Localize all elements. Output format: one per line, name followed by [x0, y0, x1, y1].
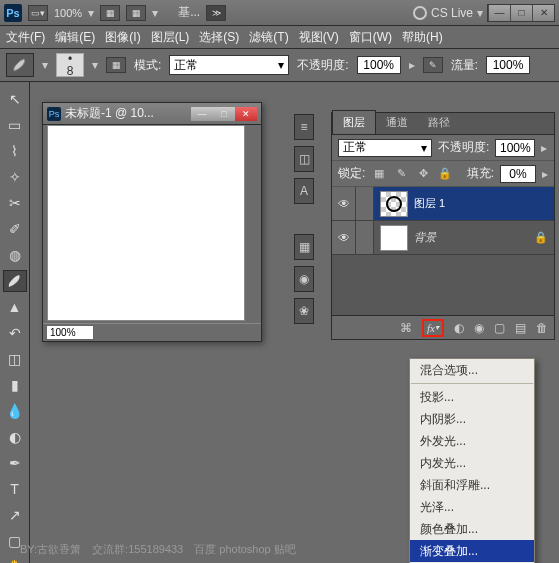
eraser-tool[interactable]: ◫ — [3, 348, 27, 370]
delete-layer-icon[interactable]: 🗑 — [536, 321, 548, 335]
doc-ps-icon: Ps — [47, 107, 61, 121]
menu-select[interactable]: 选择(S) — [199, 29, 239, 46]
doc-min-btn[interactable]: — — [191, 107, 213, 121]
menu-window[interactable]: 窗口(W) — [349, 29, 392, 46]
collapsed-panel-3[interactable]: A — [294, 178, 314, 204]
layer-fx-button[interactable]: fx▾ — [422, 319, 444, 337]
lock-icon: 🔒 — [534, 231, 554, 244]
maximize-btn[interactable]: □ — [510, 5, 532, 21]
canvas[interactable] — [47, 125, 245, 321]
minimize-btn[interactable]: — — [488, 5, 510, 21]
doc-zoom[interactable]: 100% — [46, 325, 94, 340]
hand-tool[interactable]: ✋ — [3, 556, 27, 563]
lock-all-icon[interactable]: 🔒 — [437, 166, 453, 182]
blend-mode-select[interactable]: 正常▾ — [169, 55, 289, 75]
ctx-satin[interactable]: 光泽... — [410, 496, 534, 518]
brush-tool[interactable] — [3, 270, 27, 292]
visibility-icon[interactable]: 👁 — [332, 187, 356, 220]
cslive-label[interactable]: CS Live — [431, 6, 473, 20]
collapsed-panel-4[interactable]: ▦ — [294, 234, 314, 260]
layer-thumbnail[interactable] — [380, 225, 408, 251]
group-icon[interactable]: ▢ — [494, 321, 505, 335]
history-brush-tool[interactable]: ↶ — [3, 322, 27, 344]
lasso-tool[interactable]: ⌇ — [3, 140, 27, 162]
ps-logo: Ps — [4, 4, 22, 22]
flow-input[interactable]: 100% — [486, 56, 530, 74]
menu-file[interactable]: 文件(F) — [6, 29, 45, 46]
titlebar-btn2[interactable]: ▦ — [100, 5, 120, 21]
tools-panel: ↖ ▭ ⌇ ✧ ✂ ✐ ◍ ▲ ↶ ◫ ▮ 💧 ◐ ✒ T ↗ ▢ ✋ — [0, 82, 30, 563]
heal-tool[interactable]: ◍ — [3, 244, 27, 266]
ctx-color-overlay[interactable]: 颜色叠加... — [410, 518, 534, 540]
lock-transparency-icon[interactable]: ▦ — [371, 166, 387, 182]
lock-position-icon[interactable]: ✥ — [415, 166, 431, 182]
close-btn[interactable]: ✕ — [532, 5, 554, 21]
layer-thumbnail[interactable] — [380, 191, 408, 217]
adjustment-layer-icon[interactable]: ◉ — [474, 321, 484, 335]
marquee-tool[interactable]: ▭ — [3, 114, 27, 136]
ctx-outer-glow[interactable]: 外发光... — [410, 430, 534, 452]
fill-input[interactable]: 0% — [500, 165, 536, 183]
menubar: 文件(F) 编辑(E) 图像(I) 图层(L) 选择(S) 滤镜(T) 视图(V… — [0, 26, 559, 48]
workspace-label[interactable]: 基... — [178, 4, 200, 21]
brush-panel-btn[interactable]: ▦ — [106, 57, 126, 73]
move-tool[interactable]: ↖ — [3, 88, 27, 110]
tab-layers[interactable]: 图层 — [332, 110, 376, 134]
collapsed-panel-1[interactable]: ≡ — [294, 114, 314, 140]
crop-tool[interactable]: ✂ — [3, 192, 27, 214]
eyedropper-tool[interactable]: ✐ — [3, 218, 27, 240]
doc-title: 未标题-1 @ 10... — [65, 105, 154, 122]
fill-label: 填充: — [467, 165, 494, 182]
opacity-input[interactable]: 100% — [357, 56, 401, 74]
visibility-icon[interactable]: 👁 — [332, 221, 356, 254]
mode-label: 模式: — [134, 57, 161, 74]
collapsed-panel-6[interactable]: ❀ — [294, 298, 314, 324]
layer-mask-icon[interactable]: ◐ — [454, 321, 464, 335]
layer-opacity-input[interactable]: 100% — [495, 139, 535, 157]
collapsed-panel-2[interactable]: ◫ — [294, 146, 314, 172]
menu-edit[interactable]: 编辑(E) — [55, 29, 95, 46]
layer-name[interactable]: 图层 1 — [414, 196, 554, 211]
path-tool[interactable]: ↗ — [3, 504, 27, 526]
blur-tool[interactable]: 💧 — [3, 400, 27, 422]
titlebar-btn1[interactable]: ▭▾ — [28, 5, 48, 21]
titlebar-btn3[interactable]: ▦ — [126, 5, 146, 21]
lock-pixels-icon[interactable]: ✎ — [393, 166, 409, 182]
stamp-tool[interactable]: ▲ — [3, 296, 27, 318]
doc-close-btn[interactable]: ✕ — [235, 107, 257, 121]
menu-layer[interactable]: 图层(L) — [151, 29, 190, 46]
doc-max-btn[interactable]: □ — [213, 107, 235, 121]
expand-btn[interactable]: ≫ — [206, 5, 226, 21]
wand-tool[interactable]: ✧ — [3, 166, 27, 188]
fx-context-menu: 混合选项... 投影... 内阴影... 外发光... 内发光... 斜面和浮雕… — [409, 358, 535, 563]
ctx-bevel[interactable]: 斜面和浮雕... — [410, 474, 534, 496]
tab-paths[interactable]: 路径 — [418, 111, 460, 134]
dodge-tool[interactable]: ◐ — [3, 426, 27, 448]
ctx-inner-shadow[interactable]: 内阴影... — [410, 408, 534, 430]
brush-preview[interactable]: •8 — [56, 53, 84, 77]
layer-row[interactable]: 👁 背景 🔒 — [332, 221, 554, 255]
new-layer-icon[interactable]: ▤ — [515, 321, 526, 335]
layer-name[interactable]: 背景 — [414, 230, 534, 245]
ctx-inner-glow[interactable]: 内发光... — [410, 452, 534, 474]
cslive-icon[interactable] — [413, 6, 427, 20]
menu-view[interactable]: 视图(V) — [299, 29, 339, 46]
menu-help[interactable]: 帮助(H) — [402, 29, 443, 46]
gradient-tool[interactable]: ▮ — [3, 374, 27, 396]
collapsed-panel-5[interactable]: ◉ — [294, 266, 314, 292]
layer-row[interactable]: 👁 图层 1 — [332, 187, 554, 221]
link-layers-icon[interactable]: ⌘ — [400, 321, 412, 335]
layer-blend-select[interactable]: 正常▾ — [338, 139, 432, 157]
menu-filter[interactable]: 滤镜(T) — [249, 29, 288, 46]
tab-channels[interactable]: 通道 — [376, 111, 418, 134]
tablet-opacity-btn[interactable]: ✎ — [423, 57, 443, 73]
ctx-blend-options[interactable]: 混合选项... — [410, 359, 534, 381]
type-tool[interactable]: T — [3, 478, 27, 500]
current-tool[interactable] — [6, 53, 34, 77]
menu-image[interactable]: 图像(I) — [105, 29, 140, 46]
ctx-gradient-overlay[interactable]: 渐变叠加... — [410, 540, 534, 562]
pen-tool[interactable]: ✒ — [3, 452, 27, 474]
layers-panel: 图层 通道 路径 正常▾ 不透明度: 100%▸ 锁定: ▦ ✎ ✥ 🔒 填充:… — [331, 112, 555, 340]
titlebar-zoom[interactable]: 100% — [54, 7, 82, 19]
ctx-drop-shadow[interactable]: 投影... — [410, 386, 534, 408]
